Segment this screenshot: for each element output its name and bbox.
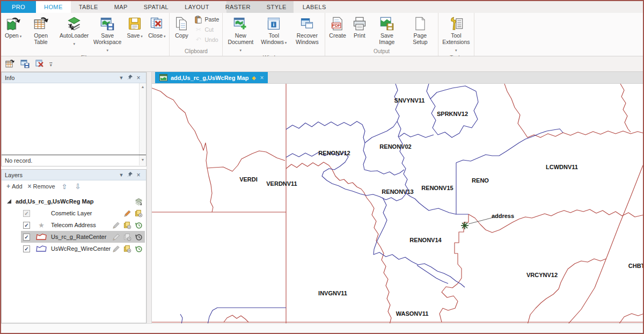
scroll-down-icon[interactable]: ▼ [139, 155, 146, 165]
save-icon [127, 16, 143, 32]
tree-expander-icon[interactable] [7, 199, 11, 204]
close-tab-icon[interactable]: × [260, 74, 264, 82]
map-canvas[interactable]: SNVYNV11SPRKNV12RENONV12RENONV02LCWDNV11… [152, 84, 643, 323]
ribbon-button-recover-windows[interactable]: Recover Windows [290, 14, 324, 54]
ribbon-button-label: Cut [204, 26, 213, 33]
chevron-down-icon[interactable]: ▼ [117, 75, 126, 81]
ribbon-button-label: Copy [175, 32, 188, 39]
layer-visibility-checkbox[interactable]: ✓ [23, 222, 30, 229]
zoom-layering-icon[interactable] [123, 244, 131, 253]
ribbon-button-save-image[interactable]: Save Image [370, 14, 404, 48]
add-layer-button[interactable]: +Add [5, 183, 24, 190]
ribbon-tab-labels[interactable]: LABELS [295, 1, 334, 13]
ribbon-tab-home[interactable]: HOME [36, 1, 71, 13]
move-layer-down-button[interactable]: ⇩ [72, 183, 83, 191]
close-icon[interactable]: × [134, 171, 143, 179]
map-label-snvynv11: SNVYNV11 [394, 97, 425, 104]
pin-icon[interactable] [126, 172, 134, 178]
map-window-tab[interactable]: add,Us_rc_g,UsWcReg Map ◆ × [155, 72, 268, 83]
map-geometry [152, 84, 643, 323]
dock-splitter[interactable] [147, 72, 152, 323]
zoom-layering-icon[interactable] [123, 221, 131, 229]
pin-icon[interactable] [126, 75, 134, 81]
ribbon-tab-spatial[interactable]: SPATIAL [136, 1, 177, 13]
editable-pencil-icon[interactable] [112, 244, 120, 253]
ribbon-button-close[interactable]: Close ▾ [145, 14, 168, 54]
ribbon-button-save-workspace[interactable]: Save Workspace ▾ [91, 14, 124, 54]
save-image-icon [379, 16, 395, 32]
ribbon-button-undo: ↶Undo [194, 35, 219, 44]
open-table-icon [33, 16, 49, 32]
layer-row-us-rc-g-ratecenter[interactable]: ✓Us_rc_g_RateCenter [21, 231, 145, 243]
remove-layer-button[interactable]: ×Remove [26, 183, 57, 190]
ribbon-tab-table[interactable]: TABLE [71, 1, 106, 13]
toolbar-overflow-button[interactable]: ••▾ [49, 61, 53, 67]
map-tree-node[interactable]: add,Us_rc_g,UsWcReg Map [2, 195, 146, 207]
layer-row-cosmetic-layer[interactable]: ✓Cosmetic Layer [21, 207, 145, 219]
history-icon[interactable] [134, 221, 143, 229]
ribbon-group-label: Output [326, 48, 437, 56]
info-status-text: No record. [5, 157, 32, 164]
ribbon-button-open-table[interactable]: Open Table [24, 14, 57, 54]
ribbon-button-open[interactable]: Open ▾ [2, 14, 24, 54]
ribbon-tab-pro[interactable]: PRO [1, 1, 36, 13]
layers-stack-icon[interactable] [134, 197, 143, 206]
tool-extensions-icon [448, 16, 464, 32]
ribbon-button-autoloader[interactable]: AutoLoader ▾ [57, 14, 91, 54]
layer-visibility-checkbox[interactable]: ✓ [23, 234, 30, 241]
close-icon[interactable]: × [134, 74, 143, 82]
modified-diamond-icon: ◆ [252, 75, 255, 81]
ribbon-button-page-setup[interactable]: Page Setup [404, 14, 437, 48]
map-label-vrcynv12: VRCYNV12 [526, 272, 558, 278]
ribbon-button-label: Undo [204, 37, 218, 43]
ribbon-button-new-document[interactable]: New Document ▾ [224, 14, 257, 54]
new-document-icon [232, 16, 248, 32]
ribbon-button-label: Save Workspace [93, 32, 121, 45]
qa-save-workspace-icon [20, 59, 30, 69]
map-label-sprknv12: SPRKNV12 [437, 111, 468, 117]
info-scrollbar[interactable]: ▲ [139, 83, 146, 155]
map-label-wasonv11: WASONV11 [396, 310, 429, 317]
layer-name: UsWcReg_WireCenter [51, 245, 111, 252]
quick-access-toolbar: ••▾ [1, 56, 643, 72]
editable-pencil-icon[interactable] [112, 221, 120, 229]
layer-visibility-checkbox[interactable]: ✓ [23, 210, 30, 217]
move-layer-up-button[interactable]: ⇧ [59, 183, 70, 191]
ribbon-button-label: Save Image [379, 32, 394, 45]
star-icon: ★ [38, 221, 45, 229]
ribbon-group-file: Open ▾Open TableAutoLoader ▾Save Workspa… [1, 13, 170, 56]
mapinfo-pro-window: PROHOMETABLEMAPSPATIALLAYOUTRASTERSTYLEL… [0, 0, 644, 334]
ribbon-tab-layout[interactable]: LAYOUT [177, 1, 217, 13]
cut-icon: ✂ [194, 26, 202, 34]
ribbon-tab-style[interactable]: STYLE [259, 1, 295, 13]
layer-row-telecom-address[interactable]: ✓★Telecom Address [21, 219, 145, 231]
ribbon-button-create[interactable]: PDFCreate [326, 14, 349, 48]
qa-close-window-button[interactable] [34, 59, 45, 69]
ribbon-button-tool-windows[interactable]: iTool Windows ▾ [257, 14, 290, 54]
history-icon[interactable] [134, 244, 143, 253]
zoom-layering-icon[interactable] [123, 233, 131, 241]
ribbon-button-copy[interactable]: Copy [171, 14, 192, 48]
ribbon-button-print[interactable]: Print [349, 14, 370, 48]
history-icon[interactable] [134, 233, 143, 241]
layer-visibility-checkbox[interactable]: ✓ [23, 245, 30, 252]
layer-row-uswcreg-wirecenter[interactable]: ✓UsWcReg_WireCenter [21, 243, 145, 255]
qa-open-table-button[interactable] [4, 59, 15, 69]
ribbon-tab-raster[interactable]: RASTER [217, 1, 259, 13]
chevron-down-icon[interactable]: ▼ [117, 172, 126, 178]
chevron-down-icon: ▾ [284, 41, 287, 45]
ribbon-button-save[interactable]: Save ▾ [124, 14, 145, 54]
map-label-reno: RENO [472, 177, 489, 184]
ribbon-button-paste[interactable]: Paste [194, 15, 219, 24]
ribbon-button-tool-extensions[interactable]: Tool Extensions ▾ [440, 14, 473, 54]
map-label-renonv14: RENONV14 [409, 237, 441, 243]
document-area: add,Us_rc_g,UsWcReg Map ◆ × [152, 72, 643, 323]
chevron-down-icon: ▾ [163, 34, 165, 38]
map-label-renonv02: RENONV02 [379, 143, 411, 150]
chevron-down-icon: ▾ [73, 42, 75, 46]
editable-pencil-icon[interactable] [123, 209, 131, 217]
zoom-layering-icon[interactable] [134, 209, 143, 217]
editable-pencil-icon[interactable] [112, 233, 120, 241]
qa-save-workspace-button[interactable] [19, 59, 30, 69]
ribbon-tab-map[interactable]: MAP [106, 1, 136, 13]
